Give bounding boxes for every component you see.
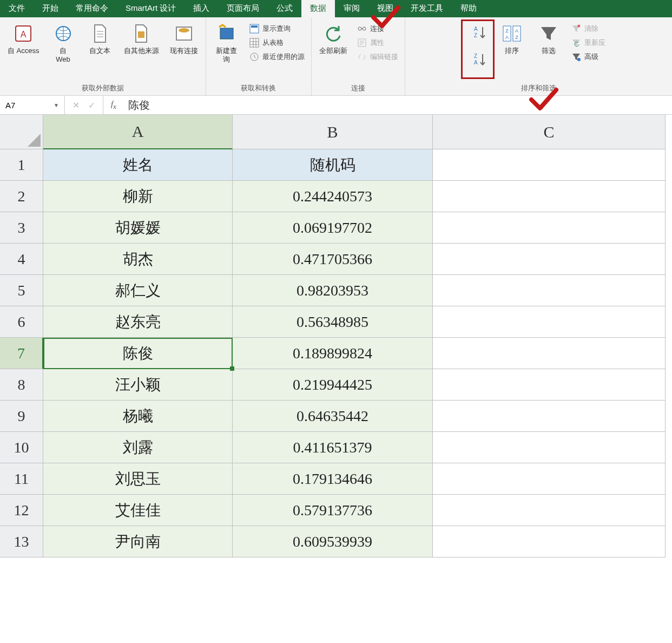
row-head-12[interactable]: 12 [0, 495, 43, 526]
cell-c6[interactable] [433, 306, 666, 338]
cell-c9[interactable] [433, 401, 666, 432]
cell-a10[interactable]: 刘露 [43, 432, 233, 463]
row-head-6[interactable]: 6 [0, 306, 43, 338]
cell-b8[interactable]: 0.219944425 [233, 369, 433, 401]
advanced-filter-button[interactable]: 高级 [569, 51, 608, 63]
from-table-button[interactable]: 从表格 [247, 37, 307, 49]
filter-button[interactable]: 筛选 [532, 21, 565, 57]
cell-b3[interactable]: 0.069197702 [233, 212, 433, 244]
cell-a13[interactable]: 尹向南 [43, 526, 233, 557]
fx-button[interactable]: fx [103, 100, 124, 111]
tab-help[interactable]: 帮助 [452, 0, 485, 17]
tab-home[interactable]: 开始 [34, 0, 67, 17]
row-head-10[interactable]: 10 [0, 432, 43, 463]
new-query-button[interactable]: 新建查 询 [210, 21, 243, 67]
cell-a7[interactable]: 陈俊 [43, 338, 233, 369]
cell-c5[interactable] [433, 275, 666, 306]
cell-b5[interactable]: 0.98203953 [233, 275, 433, 306]
tab-data[interactable]: 数据 [301, 0, 335, 17]
cell-a9[interactable]: 杨曦 [43, 401, 233, 432]
cell-a8[interactable]: 汪小颖 [43, 369, 233, 401]
row-head-11[interactable]: 11 [0, 463, 43, 495]
cell-a12[interactable]: 艾佳佳 [43, 495, 233, 526]
connections-button[interactable]: 连接 [355, 23, 400, 35]
sort-button[interactable]: ZAAZ 排序 [496, 21, 528, 57]
row-head-7[interactable]: 7 [0, 338, 43, 369]
sort-label: 排序 [505, 47, 519, 55]
cancel-entry-button[interactable]: ✕ [73, 100, 80, 110]
row-head-3[interactable]: 3 [0, 212, 43, 244]
tab-review[interactable]: 审阅 [335, 0, 368, 17]
cell-a11[interactable]: 刘思玉 [43, 463, 233, 495]
tab-formula[interactable]: 公式 [268, 0, 301, 17]
cell-c11[interactable] [433, 463, 666, 495]
edit-links-icon [357, 52, 367, 62]
cell-c3[interactable] [433, 212, 666, 244]
select-all-corner[interactable] [0, 115, 43, 149]
cell-a6[interactable]: 赵东亮 [43, 306, 233, 338]
from-access-button[interactable]: A 自 Access [4, 21, 43, 57]
cell-a5[interactable]: 郝仁义 [43, 275, 233, 306]
tab-common[interactable]: 常用命令 [67, 0, 117, 17]
cell-a2[interactable]: 柳新 [43, 181, 233, 212]
group-external-label: 获取外部数据 [82, 83, 124, 94]
accept-entry-button[interactable]: ✓ [88, 100, 95, 110]
cell-c2[interactable] [433, 181, 666, 212]
tab-view[interactable]: 视图 [368, 0, 402, 17]
col-head-c[interactable]: C [433, 115, 666, 149]
row-head-9[interactable]: 9 [0, 401, 43, 432]
row-head-2[interactable]: 2 [0, 181, 43, 212]
tab-layout[interactable]: 页面布局 [218, 0, 268, 17]
sort-desc-button[interactable]: ZA [473, 52, 488, 69]
cell-b4[interactable]: 0.471705366 [233, 244, 433, 275]
cell-c13[interactable] [433, 526, 666, 557]
refresh-all-button[interactable]: 全部刷新 [316, 21, 351, 57]
cell-c7[interactable] [433, 338, 666, 369]
cell-c4[interactable] [433, 244, 666, 275]
cell-c10[interactable] [433, 432, 666, 463]
cell-c12[interactable] [433, 495, 666, 526]
name-box[interactable]: A7 ▼ [0, 96, 65, 114]
col-head-a[interactable]: A [43, 115, 233, 149]
svg-text:A: A [515, 28, 518, 34]
tab-file[interactable]: 文件 [0, 0, 34, 17]
tab-smartart[interactable]: SmartArt 设计 [117, 0, 185, 17]
ribbon: A 自 Access 自 Web 自文本 自其他来源 [0, 17, 672, 96]
row-head-8[interactable]: 8 [0, 369, 43, 401]
cell-b10[interactable]: 0.411651379 [233, 432, 433, 463]
cell-b12[interactable]: 0.579137736 [233, 495, 433, 526]
row-head-1[interactable]: 1 [0, 149, 43, 181]
sort-az-za-stack: AZ ZA [470, 21, 491, 74]
cell-a1[interactable]: 姓名 [43, 149, 233, 181]
cell-c8[interactable] [433, 369, 666, 401]
row-head-4[interactable]: 4 [0, 244, 43, 275]
row-head-13[interactable]: 13 [0, 526, 43, 557]
from-other-sources-button[interactable]: 自其他来源 [121, 21, 162, 57]
col-head-b[interactable]: B [233, 115, 433, 149]
recent-sources-button[interactable]: 最近使用的源 [247, 51, 307, 63]
name-box-dropdown-icon[interactable]: ▼ [54, 102, 59, 108]
show-queries-button[interactable]: 显示查询 [247, 23, 307, 35]
cell-b1[interactable]: 随机码 [233, 149, 433, 181]
cell-b7[interactable]: 0.189899824 [233, 338, 433, 369]
svg-text:A: A [474, 26, 478, 32]
cell-b13[interactable]: 0.609539939 [233, 526, 433, 557]
from-text-button[interactable]: 自文本 [84, 21, 116, 57]
cell-b6[interactable]: 0.56348985 [233, 306, 433, 338]
tab-insert[interactable]: 插入 [185, 0, 218, 17]
cell-c1[interactable] [433, 149, 666, 181]
cell-a3[interactable]: 胡媛媛 [43, 212, 233, 244]
formula-input[interactable]: 陈俊 [124, 98, 672, 113]
existing-connections-icon [173, 23, 195, 44]
group-sort-filter: AZ ZA ZAAZ 排序 筛选 清 [405, 17, 672, 95]
row-head-5[interactable]: 5 [0, 275, 43, 306]
cell-b11[interactable]: 0.179134646 [233, 463, 433, 495]
cell-a4[interactable]: 胡杰 [43, 244, 233, 275]
sort-asc-button[interactable]: AZ [473, 25, 488, 42]
cell-b2[interactable]: 0.244240573 [233, 181, 433, 212]
existing-connections-button[interactable]: 现有连接 [167, 21, 201, 57]
tab-developer[interactable]: 开发工具 [402, 0, 452, 17]
svg-point-11 [358, 27, 361, 30]
cell-b9[interactable]: 0.64635442 [233, 401, 433, 432]
from-web-button[interactable]: 自 Web [47, 21, 80, 67]
